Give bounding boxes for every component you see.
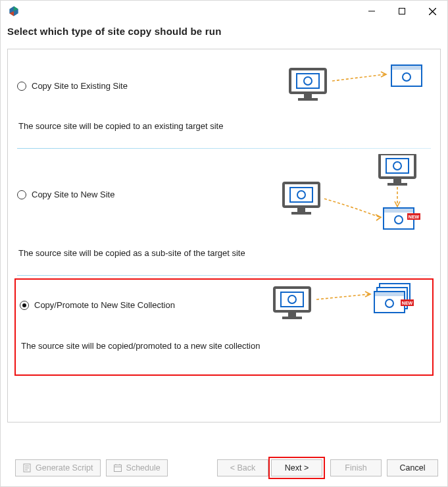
svg-point-6 — [304, 77, 312, 85]
separator — [17, 148, 431, 149]
svg-point-15 — [297, 191, 305, 199]
svg-rect-46 — [114, 465, 121, 472]
option-desc: The source site will be copied to an exi… — [17, 121, 431, 131]
svg-rect-18 — [380, 154, 415, 178]
svg-rect-33 — [282, 317, 302, 319]
minimize-button[interactable] — [357, 1, 387, 21]
option-copy-promote-collection[interactable]: Copy/Promote to New Site Collection — [14, 278, 434, 376]
generate-script-button[interactable]: Generate Script — [15, 459, 101, 476]
titlebar — [1, 1, 447, 22]
schedule-icon — [113, 463, 122, 473]
svg-rect-19 — [386, 159, 409, 173]
window-controls — [357, 1, 447, 21]
svg-rect-21 — [393, 179, 401, 183]
svg-rect-16 — [297, 208, 305, 212]
button-label: Schedule — [126, 463, 161, 473]
svg-text:NEW: NEW — [402, 301, 413, 305]
svg-rect-7 — [304, 94, 312, 98]
svg-rect-11 — [391, 65, 422, 70]
svg-line-9 — [332, 74, 385, 81]
finish-button[interactable]: Finish — [330, 459, 382, 476]
svg-rect-4 — [290, 69, 326, 93]
option-label: Copy Site to Existing Site — [32, 81, 128, 91]
svg-rect-38 — [374, 292, 405, 296]
svg-rect-30 — [281, 292, 303, 307]
next-button-highlight: Next > — [268, 457, 325, 479]
svg-rect-29 — [274, 288, 310, 311]
cancel-button[interactable]: Cancel — [387, 459, 438, 476]
maximize-button[interactable] — [387, 1, 417, 21]
next-button[interactable]: Next > — [271, 459, 322, 476]
svg-rect-25 — [384, 208, 414, 213]
wizard-footer: Generate Script Schedule < Back Next > F… — [1, 449, 447, 486]
option-label: Copy Site to New Site — [32, 190, 114, 199]
svg-rect-8 — [298, 98, 318, 101]
svg-text:NEW: NEW — [409, 215, 420, 219]
svg-point-31 — [288, 295, 296, 303]
svg-point-20 — [393, 162, 401, 170]
graphic-copy-existing — [286, 64, 431, 108]
radio-copy-new-site[interactable] — [17, 190, 26, 199]
button-label: Generate Script — [36, 463, 93, 473]
radio-copy-existing[interactable] — [17, 82, 26, 91]
svg-rect-13 — [284, 183, 319, 207]
svg-rect-17 — [291, 212, 311, 215]
options-panel: Copy Site to Existing Site — [7, 49, 441, 423]
svg-point-12 — [403, 73, 411, 81]
back-button[interactable]: < Back — [217, 459, 268, 476]
option-desc: The source site will be copied/promoted … — [20, 341, 428, 351]
svg-rect-32 — [288, 313, 296, 317]
svg-rect-1 — [399, 9, 405, 14]
svg-rect-5 — [297, 74, 319, 88]
app-logo-icon — [7, 5, 20, 18]
radio-copy-promote-collection[interactable] — [20, 301, 29, 310]
separator — [17, 275, 431, 276]
option-copy-existing[interactable]: Copy Site to Existing Site — [13, 61, 435, 145]
svg-rect-14 — [290, 188, 312, 202]
graphic-copy-promote-collection: NEW — [270, 282, 428, 328]
schedule-button[interactable]: Schedule — [106, 459, 168, 476]
option-desc: The source site will be copied as a sub-… — [17, 248, 431, 258]
script-icon — [22, 463, 32, 473]
page-title: Select which type of site copy should be… — [1, 22, 447, 49]
svg-point-26 — [395, 216, 403, 224]
graphic-copy-new-site: NEW — [280, 154, 431, 235]
svg-rect-22 — [387, 183, 407, 186]
option-label: Copy/Promote to New Site Collection — [34, 300, 175, 310]
close-button[interactable] — [417, 1, 447, 21]
svg-line-34 — [316, 294, 369, 299]
option-copy-new-site[interactable]: Copy Site to New Site — [13, 151, 435, 272]
